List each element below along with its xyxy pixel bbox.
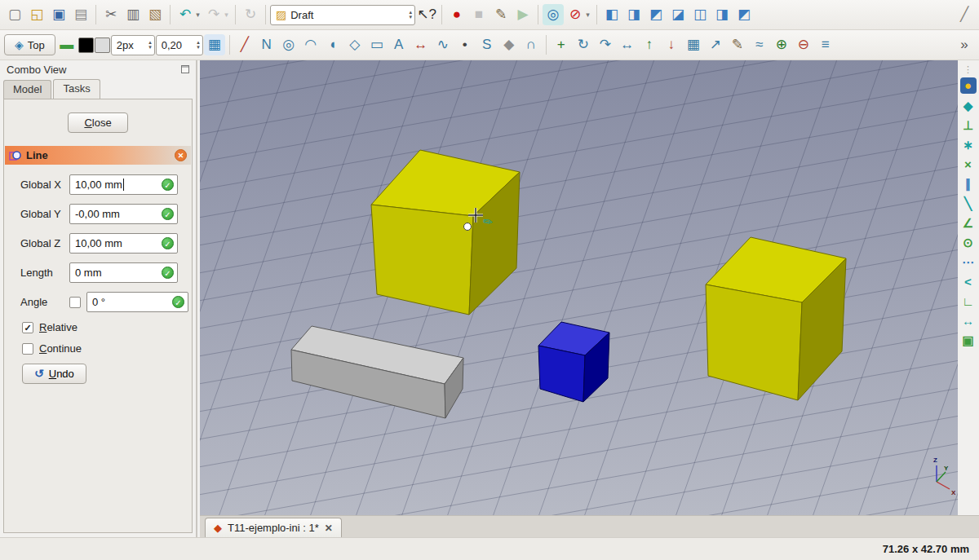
draft-wire-to-bspline-icon[interactable]: ≈ xyxy=(749,34,770,55)
toolbar-grip[interactable]: ⋮ xyxy=(963,65,972,75)
draft-edit-icon[interactable]: ✎ xyxy=(727,34,748,55)
snap-extension-icon[interactable]: ╲ xyxy=(959,194,978,213)
snap-near-icon[interactable]: < xyxy=(959,272,978,291)
task-section-header[interactable]: Line ✕ xyxy=(5,146,191,165)
snap-lock-icon[interactable]: ● xyxy=(960,77,977,94)
macro-record-icon[interactable]: ● xyxy=(446,4,467,25)
line-color-swatch[interactable] xyxy=(78,37,94,53)
snap-special-icon[interactable]: ⋯ xyxy=(959,253,978,271)
draft-offset-icon[interactable]: ↷ xyxy=(595,34,616,55)
angle-input[interactable]: 0 ° ✓ xyxy=(86,292,188,312)
snap-intersection-icon[interactable]: × xyxy=(959,155,978,174)
yellow-cube-right[interactable] xyxy=(706,237,846,400)
tab-tasks[interactable]: Tasks xyxy=(53,79,100,99)
autogroup-icon[interactable]: ▦ xyxy=(204,34,225,55)
draft-rectangle-icon[interactable]: ▭ xyxy=(366,34,388,55)
blue-cube[interactable] xyxy=(538,322,609,402)
snap-endpoint-icon[interactable]: ◆ xyxy=(959,96,978,115)
cut-icon[interactable]: ✂ xyxy=(100,4,122,25)
draft-add-point-icon[interactable]: ⊕ xyxy=(771,34,792,55)
snap-grid-icon[interactable]: ∗ xyxy=(959,135,978,154)
view-front-icon[interactable]: ◨ xyxy=(623,4,645,25)
view-bottom-icon[interactable]: ◨ xyxy=(711,4,733,25)
draft-polygon-icon[interactable]: ◇ xyxy=(344,34,365,55)
view-axonometric-icon[interactable]: ◧ xyxy=(601,4,622,25)
open-document-icon[interactable]: ◱ xyxy=(26,4,47,25)
undo-button[interactable]: ↺ Undo xyxy=(22,364,86,384)
toolbar-overflow-icon[interactable]: » xyxy=(954,34,975,55)
face-color-swatch[interactable] xyxy=(95,37,110,53)
refresh-icon[interactable]: ↻ xyxy=(240,4,261,25)
yellow-cube-left[interactable] xyxy=(371,150,520,315)
copy-icon[interactable]: ▥ xyxy=(122,4,144,25)
draft-shapestring-icon[interactable]: S xyxy=(476,34,498,55)
paste-icon[interactable]: ▧ xyxy=(144,4,166,25)
draft-dimension-icon[interactable]: ↔ xyxy=(410,34,432,55)
line-width-select-arrows[interactable]: ▴▾ xyxy=(148,40,152,50)
document-tab-close-icon[interactable]: ✕ xyxy=(325,523,333,534)
draft-line-icon[interactable]: ╱ xyxy=(234,34,255,55)
draft-layers-icon[interactable]: ≡ xyxy=(815,34,836,55)
snap-working-plane-icon[interactable]: ▣ xyxy=(959,331,978,350)
print-icon[interactable]: ▤ xyxy=(70,4,91,25)
tab-model[interactable]: Model xyxy=(3,80,51,99)
close-task-button[interactable]: Close xyxy=(68,112,127,133)
draft-array-icon[interactable]: ▦ xyxy=(683,34,704,55)
task-close-icon[interactable]: ✕ xyxy=(175,149,187,161)
draft-ellipse-icon[interactable]: ◖ xyxy=(322,34,343,55)
3d-viewport[interactable]: ✎ Z Y X xyxy=(200,60,958,515)
view-left-icon[interactable]: ◩ xyxy=(733,4,755,25)
global-y-input[interactable]: -0,00 mm ✓ xyxy=(69,204,178,224)
line-style-icon[interactable]: ▬ xyxy=(56,34,78,55)
draft-trimex-icon[interactable]: ↔ xyxy=(617,34,638,55)
workbench-selector-arrows[interactable]: ▴▾ xyxy=(409,10,412,20)
macro-execute-icon[interactable]: ▶ xyxy=(512,4,534,25)
view-top-icon[interactable]: ◩ xyxy=(645,4,667,25)
draft-facebinder-icon[interactable]: ◆ xyxy=(498,34,520,55)
working-plane-button[interactable]: ◈Top xyxy=(4,34,55,55)
draft-point-icon[interactable]: • xyxy=(454,34,476,55)
snap-parallel-icon[interactable]: ∥ xyxy=(959,174,978,193)
continue-checkbox[interactable] xyxy=(22,343,33,355)
macro-edit-icon[interactable]: ✎ xyxy=(490,4,512,25)
snap-center-icon[interactable]: ⊙ xyxy=(959,233,978,252)
snap-perpendicular-icon[interactable]: ⊥ xyxy=(959,116,978,134)
draft-circle-icon[interactable]: ◎ xyxy=(278,34,299,55)
text-scale-spin[interactable]: 0,20▴▾ xyxy=(156,35,203,55)
angle-checkbox[interactable] xyxy=(69,297,81,308)
draft-downgrade-icon[interactable]: ↓ xyxy=(661,34,682,55)
draw-style-dropdown-arrow[interactable]: ▾ xyxy=(583,4,592,25)
measure-distance-icon[interactable]: ╱ xyxy=(954,4,975,25)
relative-checkbox[interactable]: ✓ xyxy=(22,322,33,333)
global-z-input[interactable]: 10,00 mm ✓ xyxy=(69,233,178,254)
draft-move-icon[interactable]: + xyxy=(551,34,572,55)
draft-scale-icon[interactable]: ↗ xyxy=(705,34,726,55)
length-input[interactable]: 0 mm ✓ xyxy=(69,262,178,283)
snap-ortho-icon[interactable]: ∟ xyxy=(959,292,978,311)
draft-remove-point-icon[interactable]: ⊖ xyxy=(793,34,814,55)
view-rear-icon[interactable]: ◫ xyxy=(689,4,711,25)
snap-angle-icon[interactable]: ∠ xyxy=(959,214,978,232)
redo-dropdown-arrow[interactable]: ▾ xyxy=(222,4,231,25)
save-document-icon[interactable]: ▣ xyxy=(48,4,69,25)
draft-arc-icon[interactable]: ◠ xyxy=(300,34,321,55)
whats-this-icon[interactable]: ↖? xyxy=(416,4,437,25)
float-panel-icon[interactable] xyxy=(181,65,189,73)
text-scale-spin-arrows[interactable]: ▴▾ xyxy=(197,40,200,50)
gray-box[interactable] xyxy=(291,326,463,418)
snap-dimensions-icon[interactable]: ↔ xyxy=(959,311,978,330)
draft-wire-icon[interactable]: N xyxy=(256,34,277,55)
draft-bspline-icon[interactable]: ∿ xyxy=(432,34,454,55)
view-right-icon[interactable]: ◪ xyxy=(667,4,689,25)
draft-text-icon[interactable]: A xyxy=(388,34,410,55)
draft-bezcurve-icon[interactable]: ∩ xyxy=(521,34,542,55)
fit-all-icon[interactable]: ◎ xyxy=(543,4,564,25)
workbench-selector[interactable]: ▨Draft▴▾ xyxy=(270,5,415,25)
global-x-input[interactable]: 10,00 mm ✓ xyxy=(69,174,178,195)
macro-stop-icon[interactable]: ■ xyxy=(468,4,490,25)
undo-dropdown-arrow[interactable]: ▾ xyxy=(193,4,202,25)
draft-rotate-icon[interactable]: ↻ xyxy=(573,34,594,55)
new-document-icon[interactable]: ▢ xyxy=(4,4,25,25)
line-width-select[interactable]: 2px▴▾ xyxy=(111,35,155,55)
document-tab[interactable]: ◆ T11-ejemplo-ini : 1* ✕ xyxy=(205,518,342,537)
